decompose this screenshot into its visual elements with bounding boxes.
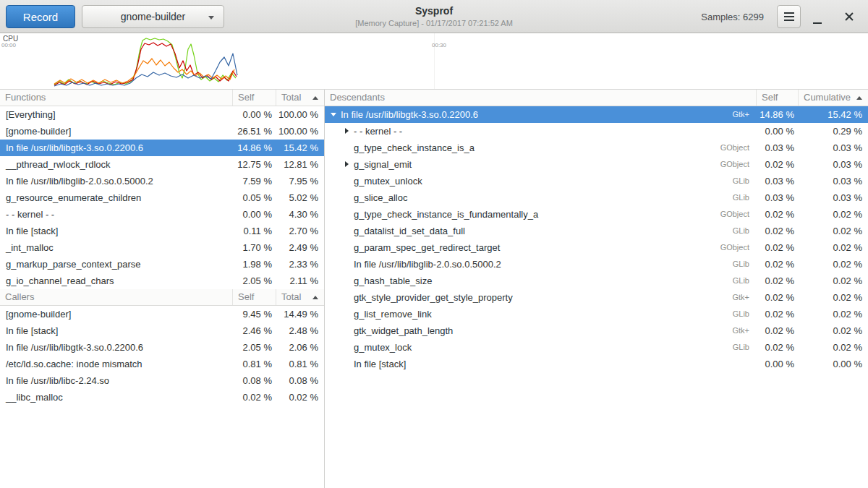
descendants-row[interactable]: gtk_style_provider_get_style_propertyGtk… xyxy=(325,289,868,306)
functions-row[interactable]: __pthread_rwlock_rdlock12.75 %12.81 % xyxy=(0,156,324,173)
self-percent-cell: 0.02 % xyxy=(757,239,799,256)
functions-row[interactable]: In file /usr/lib/libglib-2.0.so.0.5000.2… xyxy=(0,173,324,189)
self-column-header[interactable]: Self xyxy=(233,90,276,106)
functions-row[interactable]: _int_malloc1.70 %2.49 % xyxy=(0,239,324,256)
descendants-row[interactable]: g_mutex_unlockGLib0.03 %0.03 % xyxy=(325,173,868,189)
descendants-row[interactable]: gtk_widget_path_lengthGtk+0.02 %0.02 % xyxy=(325,322,868,339)
function-name-cell: /etc/ld.so.cache: inode mismatch xyxy=(0,356,233,372)
functions-row[interactable]: - - kernel - -0.00 %4.30 % xyxy=(0,206,324,223)
functions-column-header[interactable]: Functions xyxy=(0,90,233,106)
minimize-button[interactable] xyxy=(804,5,830,28)
library-badge: GLib xyxy=(706,223,757,239)
function-name-cell: In file /usr/lib/libgtk-3.so.0.2200.6 xyxy=(0,140,233,156)
cumulative-percent-cell: 0.02 % xyxy=(799,322,868,339)
self-column-header[interactable]: Self xyxy=(233,289,276,305)
self-percent-cell: 0.11 % xyxy=(233,223,276,239)
descendants-column-header[interactable]: Descendants xyxy=(325,90,757,106)
callers-row[interactable]: __libc_malloc0.02 %0.02 % xyxy=(0,389,324,406)
process-selector-dropdown[interactable]: gnome-builder xyxy=(82,5,224,28)
total-column-header[interactable]: Total xyxy=(276,90,324,106)
expander-closed-icon[interactable] xyxy=(342,156,354,173)
descendants-row[interactable]: In file /usr/lib/libgtk-3.so.0.2200.6Gtk… xyxy=(325,106,868,123)
function-name-cell: In file [stack] xyxy=(0,322,233,339)
hamburger-icon xyxy=(784,12,794,21)
callers-row[interactable]: [gnome-builder]9.45 %14.49 % xyxy=(0,306,324,322)
total-percent-cell: 12.81 % xyxy=(276,156,324,173)
cumulative-percent-cell: 0.02 % xyxy=(799,339,868,356)
total-percent-cell: 2.48 % xyxy=(276,322,324,339)
self-percent-cell: 0.02 % xyxy=(757,322,799,339)
expander-spacer xyxy=(342,289,354,306)
total-column-header[interactable]: Total xyxy=(276,289,324,305)
descendants-row[interactable]: - - kernel - -0.00 %0.29 % xyxy=(325,123,868,140)
descendant-label: g_type_check_instance_is_fundamentally_a xyxy=(354,209,538,220)
self-percent-cell: 0.02 % xyxy=(757,206,799,223)
descendants-row[interactable]: In file /usr/lib/libglib-2.0.so.0.5000.2… xyxy=(325,256,868,273)
total-percent-cell: 7.95 % xyxy=(276,173,324,189)
total-percent-cell: 5.02 % xyxy=(276,189,324,206)
close-icon xyxy=(844,12,854,22)
functions-row[interactable]: [gnome-builder]26.51 %100.00 % xyxy=(0,123,324,140)
function-name-cell: __pthread_rwlock_rdlock xyxy=(0,156,233,173)
function-name-cell: In file /usr/lib/libc-2.24.so xyxy=(0,372,233,389)
self-percent-cell: 0.02 % xyxy=(757,289,799,306)
expander-spacer xyxy=(342,173,354,189)
cumulative-percent-cell: 0.03 % xyxy=(799,140,868,156)
sysprof-window: Record gnome-builder Sysprof [Memory Cap… xyxy=(0,0,868,488)
expander-closed-icon[interactable] xyxy=(342,123,354,140)
functions-row[interactable]: In file [stack]0.11 %2.70 % xyxy=(0,223,324,239)
descendants-row[interactable]: g_mutex_lockGLib0.02 %0.02 % xyxy=(325,339,868,356)
sort-indicator-icon xyxy=(312,96,318,100)
close-button[interactable] xyxy=(836,5,862,28)
self-percent-cell: 0.00 % xyxy=(233,106,276,123)
descendants-row[interactable]: g_list_remove_linkGLib0.02 %0.02 % xyxy=(325,306,868,322)
descendants-row[interactable]: g_hash_table_sizeGLib0.02 %0.02 % xyxy=(325,273,868,289)
left-pane: Functions Self Total [Everything]0.00 %1… xyxy=(0,90,325,488)
callers-column-header[interactable]: Callers xyxy=(0,289,233,305)
cpu-graph-area[interactable]: CPU 00:00 00:30 xyxy=(0,33,868,90)
descendants-row[interactable]: g_param_spec_get_redirect_targetGObject0… xyxy=(325,239,868,256)
callers-row[interactable]: In file /usr/lib/libgtk-3.so.0.2200.62.0… xyxy=(0,339,324,356)
descendant-label: gtk_widget_path_length xyxy=(354,325,453,336)
library-badge: Gtk+ xyxy=(706,106,757,123)
capture-subtitle: [Memory Capture] - 01/17/2017 07:21:52 A… xyxy=(239,19,629,27)
window-title-area: Sysprof [Memory Capture] - 01/17/2017 07… xyxy=(239,5,629,27)
time-tick-start: 00:00 xyxy=(1,42,16,48)
expander-open-icon[interactable] xyxy=(329,106,341,123)
descendants-row[interactable]: g_slice_allocGLib0.03 %0.03 % xyxy=(325,189,868,206)
function-name-cell: g_resource_enumerate_children xyxy=(0,189,233,206)
descendant-label: g_slice_alloc xyxy=(354,192,407,203)
descendant-label: In file /usr/lib/libglib-2.0.so.0.5000.2 xyxy=(354,259,501,270)
record-button[interactable]: Record xyxy=(6,5,75,28)
function-name-cell: In file /usr/lib/libglib-2.0.so.0.5000.2 xyxy=(0,173,233,189)
descendant-name-cell: gtk_widget_path_length xyxy=(325,322,706,339)
app-title: Sysprof xyxy=(239,5,629,17)
function-name-cell: g_io_channel_read_chars xyxy=(0,273,233,289)
functions-row[interactable]: g_io_channel_read_chars2.05 %2.11 % xyxy=(0,273,324,289)
descendant-label: gtk_style_provider_get_style_property xyxy=(354,292,513,303)
functions-row[interactable]: g_markup_parse_context_parse1.98 %2.33 % xyxy=(0,256,324,273)
self-percent-cell: 14.86 % xyxy=(757,106,799,123)
callers-row[interactable]: /etc/ld.so.cache: inode mismatch0.81 %0.… xyxy=(0,356,324,372)
menu-button[interactable] xyxy=(777,5,801,28)
descendants-row[interactable]: g_type_check_instance_is_aGObject0.03 %0… xyxy=(325,140,868,156)
descendants-row[interactable]: g_type_check_instance_is_fundamentally_a… xyxy=(325,206,868,223)
cumulative-column-header[interactable]: Cumulative xyxy=(799,90,868,106)
descendant-name-cell: g_mutex_unlock xyxy=(325,173,706,189)
callers-row[interactable]: In file [stack]2.46 %2.48 % xyxy=(0,322,324,339)
library-badge: Gtk+ xyxy=(706,322,757,339)
descendant-name-cell: g_datalist_id_set_data_full xyxy=(325,223,706,239)
functions-row[interactable]: [Everything]0.00 %100.00 % xyxy=(0,106,324,123)
functions-row[interactable]: In file /usr/lib/libgtk-3.so.0.2200.614.… xyxy=(0,140,324,156)
descendants-row[interactable]: In file [stack]0.00 %0.00 % xyxy=(325,356,868,372)
callers-row[interactable]: In file /usr/lib/libc-2.24.so0.08 %0.08 … xyxy=(0,372,324,389)
descendant-label: In file /usr/lib/libgtk-3.so.0.2200.6 xyxy=(341,109,478,120)
function-name-cell: __libc_malloc xyxy=(0,389,233,406)
descendant-label: g_hash_table_size xyxy=(354,275,432,286)
descendants-row[interactable]: g_datalist_id_set_data_fullGLib0.02 %0.0… xyxy=(325,223,868,239)
total-percent-cell: 0.02 % xyxy=(276,389,324,406)
functions-row[interactable]: g_resource_enumerate_children0.05 %5.02 … xyxy=(0,189,324,206)
descendants-row[interactable]: g_signal_emitGObject0.02 %0.03 % xyxy=(325,156,868,173)
descendant-label: - - kernel - - xyxy=(354,126,402,137)
self-column-header[interactable]: Self xyxy=(757,90,799,106)
